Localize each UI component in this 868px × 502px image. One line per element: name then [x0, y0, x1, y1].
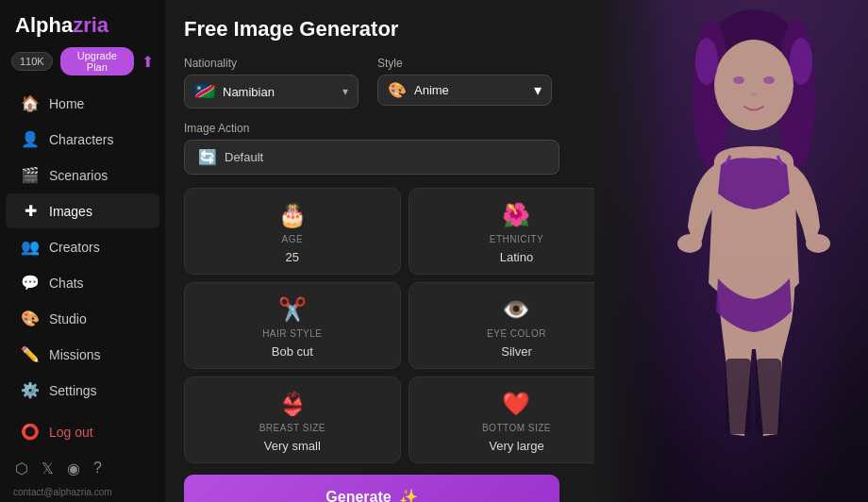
hair_style-value: Bob cut: [272, 344, 313, 359]
svg-point-6: [677, 234, 702, 253]
upgrade-button[interactable]: Upgrade Plan: [60, 47, 134, 75]
contact-email: contact@alphazria.com: [0, 487, 165, 501]
breast_size-icon: 👙: [278, 391, 307, 417]
age-value: 25: [286, 250, 299, 264]
missions-label: Missions: [49, 347, 100, 362]
character-preview: [594, 0, 868, 502]
ethnicity-value: Latino: [500, 250, 533, 264]
social-icons: ⬡ 𝕏 ◉ ?: [0, 450, 165, 487]
discord-icon[interactable]: ⬡: [15, 460, 28, 477]
svg-point-12: [733, 76, 744, 84]
style-icon: 🎨: [388, 81, 407, 99]
image-action-value: Default: [225, 150, 263, 164]
upgrade-icon: ⬆: [142, 53, 154, 71]
token-badge: 110K: [11, 52, 53, 71]
svg-point-14: [751, 92, 757, 96]
logo: Alphazria: [0, 0, 165, 47]
generate-sparkle-icon: ✨: [399, 488, 418, 502]
top-bar: 110K Upgrade Plan ⬆: [0, 47, 165, 85]
sidebar-item-home[interactable]: 🏠 Home: [6, 86, 159, 121]
missions-icon: ✏️: [21, 345, 40, 363]
sidebar-item-characters[interactable]: 👤 Characters: [6, 122, 159, 157]
attr-card-ethnicity[interactable]: 🌺 ETHNICITY Latino: [409, 188, 626, 275]
style-label: Style: [377, 57, 552, 70]
svg-rect-8: [726, 359, 751, 434]
help-icon[interactable]: ?: [93, 460, 102, 477]
age-name: AGE: [282, 234, 304, 244]
studio-icon: 🎨: [21, 310, 40, 327]
hair_style-icon: ✂️: [278, 296, 307, 323]
attr-card-age[interactable]: 🎂 AGE 25: [184, 188, 401, 275]
style-group: Style 🎨 Anime ▾: [377, 57, 552, 109]
characters-icon: 👤: [21, 130, 40, 148]
eye_color-value: Silver: [501, 344, 532, 359]
sidebar-item-creators[interactable]: 👥 Creators: [6, 229, 159, 264]
nationality-label: Nationality: [184, 57, 359, 70]
action-icon: 🔄: [198, 148, 217, 166]
generate-button[interactable]: Generate ✨: [184, 475, 559, 502]
generate-label: Generate: [326, 489, 391, 503]
nationality-select-wrapper[interactable]: 🇳🇦 Namibian ▾: [184, 75, 359, 109]
home-label: Home: [49, 96, 84, 111]
home-icon: 🏠: [21, 94, 40, 112]
svg-point-10: [695, 38, 718, 85]
attr-card-bottom_size[interactable]: ❤️ BOTTOM SIZE Very large: [409, 376, 626, 463]
breast_size-name: BREAST SIZE: [259, 423, 326, 433]
sidebar: Alphazria 110K Upgrade Plan ⬆ 🏠 Home 👤 C…: [0, 0, 165, 502]
chevron-down-icon: ▾: [342, 85, 348, 98]
eye_color-icon: 👁️: [502, 296, 530, 323]
bottom_size-icon: ❤️: [502, 391, 530, 417]
svg-point-13: [763, 76, 775, 84]
logout-button[interactable]: ⭕ Log out: [6, 414, 159, 449]
attr-card-hair_style[interactable]: ✂️ HAIR STYLE Bob cut: [184, 282, 401, 369]
sidebar-item-scenarios[interactable]: 🎬 Scenarios: [6, 158, 159, 192]
settings-icon: ⚙️: [21, 381, 40, 399]
creators-label: Creators: [49, 240, 100, 255]
sidebar-item-missions[interactable]: ✏️ Missions: [6, 337, 159, 372]
hair_style-name: HAIR STYLE: [262, 328, 322, 339]
images-label: Images: [49, 204, 92, 219]
logout-label: Log out: [49, 425, 93, 440]
character-silhouette: [641, 0, 867, 502]
sidebar-item-chats[interactable]: 💬 Chats: [6, 265, 159, 300]
eye_color-name: EYE COLOR: [487, 328, 546, 339]
logout-section: ⭕ Log out: [0, 412, 165, 450]
breast_size-value: Very small: [264, 439, 321, 453]
logo-accent: zria: [73, 13, 108, 37]
images-icon: ✚: [21, 202, 40, 220]
style-select[interactable]: Anime: [414, 83, 526, 97]
studio-label: Studio: [49, 311, 87, 326]
characters-label: Characters: [49, 132, 113, 147]
svg-rect-9: [756, 359, 781, 434]
attr-card-breast_size[interactable]: 👙 BREAST SIZE Very small: [184, 376, 401, 463]
age-icon: 🎂: [278, 202, 307, 228]
scenarios-label: Scenarios: [49, 168, 108, 183]
flag-icon: 🇳🇦: [194, 81, 215, 102]
style-select-wrapper[interactable]: 🎨 Anime ▾: [377, 75, 552, 106]
nationality-select[interactable]: Namibian: [223, 85, 335, 99]
svg-point-7: [806, 234, 830, 253]
ethnicity-icon: 🌺: [502, 202, 530, 228]
logout-icon: ⭕: [21, 423, 40, 441]
sidebar-item-settings[interactable]: ⚙️ Settings: [6, 373, 159, 408]
navigation: 🏠 Home 👤 Characters 🎬 Scenarios ✚ Images…: [0, 85, 165, 409]
style-chevron-icon: ▾: [534, 81, 542, 99]
twitter-icon[interactable]: 𝕏: [42, 460, 54, 477]
settings-label: Settings: [49, 383, 97, 398]
nationality-group: Nationality 🇳🇦 Namibian ▾: [184, 57, 359, 109]
bottom_size-value: Very large: [489, 439, 544, 453]
chats-label: Chats: [49, 276, 84, 291]
chats-icon: 💬: [21, 274, 40, 292]
creators-icon: 👥: [21, 238, 40, 256]
svg-point-3: [714, 40, 793, 130]
image-action-bar[interactable]: 🔄 Default: [184, 140, 559, 175]
logo-text: Alpha: [15, 13, 73, 37]
preview-gradient-overlay: [594, 0, 670, 502]
scenarios-icon: 🎬: [21, 166, 40, 184]
sidebar-item-images[interactable]: ✚ Images: [6, 193, 159, 228]
attr-card-eye_color[interactable]: 👁️ EYE COLOR Silver: [409, 282, 626, 369]
reddit-icon[interactable]: ◉: [67, 460, 80, 477]
svg-point-11: [790, 38, 812, 85]
ethnicity-name: ETHNICITY: [490, 234, 543, 244]
sidebar-item-studio[interactable]: 🎨 Studio: [6, 301, 159, 336]
